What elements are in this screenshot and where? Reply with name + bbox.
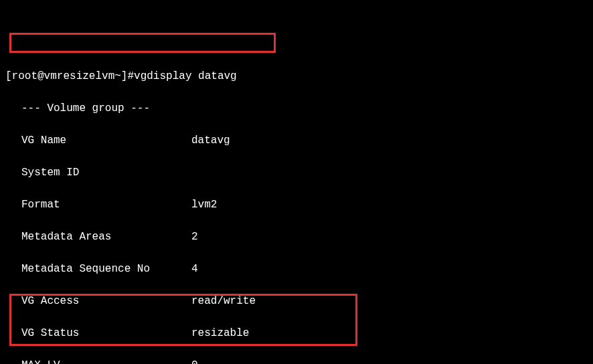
section-header-line: --- Volume group ---: [5, 100, 588, 116]
section-header: --- Volume group ---: [21, 100, 150, 116]
prompt-user-host: root@vmresizelvm: [12, 68, 115, 84]
prompt-open-bracket: [: [5, 68, 12, 84]
prompt-symbol: #: [127, 68, 134, 84]
metadata-seq-value: 4: [191, 261, 588, 277]
max-lv-row: MAX LV0: [5, 357, 588, 364]
metadata-areas-label: Metadata Areas: [21, 229, 191, 245]
prompt-path: ~: [114, 68, 121, 84]
metadata-areas-row: Metadata Areas2: [5, 229, 588, 245]
highlight-vg-name: [9, 33, 276, 53]
format-label: Format: [21, 197, 191, 213]
system-id-row: System ID: [5, 165, 588, 181]
highlight-pe-sizes: [9, 294, 357, 346]
max-lv-label: MAX LV: [21, 357, 191, 364]
vg-name-value: datavg: [191, 132, 588, 149]
format-row: Formatlvm2: [5, 197, 588, 213]
metadata-areas-value: 2: [191, 229, 588, 245]
metadata-seq-label: Metadata Sequence No: [21, 261, 191, 277]
command-text: vgdisplay datavg: [134, 68, 237, 84]
prompt-close-bracket: ]: [121, 68, 128, 84]
system-id-value: [191, 165, 588, 181]
format-value: lvm2: [191, 197, 588, 213]
system-id-label: System ID: [21, 165, 191, 181]
metadata-seq-row: Metadata Sequence No4: [5, 261, 588, 277]
vg-name-label: VG Name: [21, 132, 191, 149]
max-lv-value: 0: [191, 357, 588, 364]
command-prompt-line: [root@vmresizelvm ~]# vgdisplay datavg: [5, 68, 588, 84]
vg-name-row: VG Namedatavg: [5, 132, 588, 149]
